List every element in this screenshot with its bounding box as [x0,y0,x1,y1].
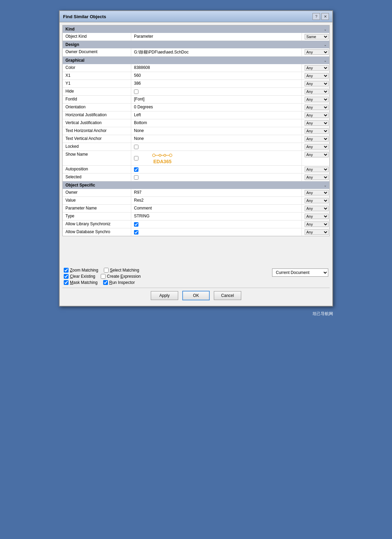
prop-name-object-kind: Object Kind [63,33,131,40]
row-locked: Locked AnySameDifferent [63,143,329,151]
row-type: Type STRING AnySameDifferent [63,213,329,220]
checkbox-locked[interactable] [134,145,138,149]
prop-value-value: Res2 [131,197,302,204]
prop-value-x1: 560 [131,72,302,80]
row-value: Value Res2 AnySameDifferent [63,197,329,205]
prop-name-parameter-name: Parameter Name [63,205,131,212]
prop-match-orientation[interactable]: AnySameDifferent [302,104,329,111]
row-x1: X1 560 AnySameDifferent [63,72,329,80]
prop-value-fontid: [Font] [131,96,302,103]
prop-name-show-name: Show Name [63,151,131,165]
prop-match-parameter-name[interactable]: AnySameDifferent [302,205,329,212]
option-mask-matching[interactable]: Mask Matching [64,280,98,285]
dialog-title: Find Similar Objects [63,14,106,19]
apply-button[interactable]: Apply [151,291,178,300]
prop-name-owner: Owner [63,189,131,196]
prop-match-horiz-just[interactable]: AnySameDifferent [302,111,329,119]
prop-match-x1[interactable]: AnySameDifferent [302,72,329,80]
option-clear-existing[interactable]: Clear Existing [64,274,95,279]
option-run-inspector[interactable]: Run Inspector [103,280,135,285]
prop-match-y1[interactable]: AnySameDifferent [302,80,329,87]
svg-point-0 [152,154,155,157]
prop-match-locked[interactable]: AnySameDifferent [302,143,329,151]
prop-name-color: Color [63,64,131,72]
section-graphical-label: Graphical [65,58,84,63]
footer-watermark: 坦己导航网 [313,311,333,317]
prop-value-selected[interactable] [131,173,302,181]
prop-match-value[interactable]: AnySameDifferent [302,197,329,204]
prop-match-vert-just[interactable]: AnySameDifferent [302,119,329,127]
prop-match-fontid[interactable]: AnySameDifferent [302,96,329,103]
checkbox-clear-existing[interactable] [64,274,69,279]
help-button[interactable]: ? [313,13,320,20]
prop-value-hide[interactable] [131,88,302,95]
prop-match-allow-db-sync[interactable]: AnySameDifferent [302,228,329,236]
checkbox-allow-lib-sync[interactable] [134,222,138,227]
checkbox-create-expression[interactable] [101,274,106,279]
prop-match-text-vert-anchor[interactable]: AnySameDifferent [302,135,329,143]
scope-area: Current Document All Open Documents All … [272,268,328,277]
prop-match-allow-lib-sync[interactable]: AnySameDifferent [302,220,329,228]
prop-value-autoposition[interactable] [131,166,302,173]
scope-dropdown[interactable]: Current Document All Open Documents All … [272,268,328,277]
prop-value-orientation: 0 Degrees [131,104,302,111]
checkbox-mask-matching[interactable] [64,280,69,285]
prop-value-color: 8388608 [131,64,302,72]
ok-button[interactable]: OK [182,291,210,300]
prop-value-owner: R97 [131,189,302,196]
prop-match-type[interactable]: AnySameDifferent [302,213,329,220]
svg-point-2 [159,154,161,156]
row-vert-just: Vertical Justification Bottom AnySameDif… [63,119,329,127]
prop-value-horiz-just: Left [131,111,302,119]
prop-name-vert-just: Vertical Justification [63,119,131,127]
row-autoposition: Autoposition AnySameDifferent [63,166,329,173]
prop-value-locked[interactable] [131,143,302,151]
button-row: Apply OK Cancel [62,288,330,303]
row-owner: Owner R97 AnySameDifferent [63,189,329,197]
prop-match-hide[interactable]: AnySameDifferent [302,88,329,95]
prop-match-color[interactable]: AnySameDifferent [302,64,329,72]
section-design-header[interactable]: Design ⌄ [63,41,329,48]
prop-match-owner-document[interactable]: Any Same Different [302,48,329,56]
prop-value-show-name[interactable]: EDA365 [131,151,302,165]
prop-name-autoposition: Autoposition [63,166,131,173]
prop-match-owner[interactable]: AnySameDifferent [302,189,329,196]
row-text-vert-anchor: Text Vertical Anchor None AnySameDiffere… [63,135,329,143]
checkbox-selected[interactable] [134,175,138,180]
option-create-expression[interactable]: Create Expression [101,274,141,279]
checkbox-allow-db-sync[interactable] [134,230,138,235]
cancel-button[interactable]: Cancel [214,291,241,300]
checkbox-zoom-matching[interactable] [64,268,69,273]
checkbox-autoposition[interactable] [134,167,138,172]
section-graphical-header[interactable]: Graphical ⌄ [63,57,329,64]
close-button[interactable]: ✕ [321,13,329,20]
dialog-wrapper: Find Similar Objects ? ✕ Kind ⌄ Object K… [59,10,333,307]
prop-value-text-vert-anchor: None [131,135,302,143]
prop-match-show-name[interactable]: AnySameDifferent [302,151,329,165]
option-zoom-matching[interactable]: Zoom Matching [64,268,98,273]
checkbox-show-name[interactable] [134,156,138,160]
prop-name-hide: Hide [63,88,131,95]
prop-match-selected[interactable]: AnySameDifferent [302,173,329,181]
options-row-3: Mask Matching Run Inspector [64,280,141,285]
section-kind-header[interactable]: Kind ⌄ [63,25,329,33]
options-row-2: Clear Existing Create Expression [64,274,141,279]
checkbox-select-matching[interactable] [104,268,109,273]
row-hide: Hide AnySameDifferent [63,88,329,96]
section-object-specific-header[interactable]: Object Specific ⌄ [63,181,329,189]
prop-match-autoposition[interactable]: AnySameDifferent [302,166,329,173]
checkbox-hide[interactable] [134,89,138,94]
prop-match-text-horiz-anchor[interactable]: AnySameDifferent [302,127,329,135]
option-select-matching[interactable]: Select Matching [104,268,139,273]
prop-name-y1: Y1 [63,80,131,87]
title-bar: Find Similar Objects ? ✕ [60,11,332,22]
prop-value-text-horiz-anchor: None [131,127,302,135]
prop-name-text-horiz-anchor: Text Horizontal Anchor [63,127,131,135]
prop-value-allow-db-sync[interactable] [131,228,302,236]
section-object-specific-label: Object Specific [65,183,95,188]
section-graphical-arrow: ⌄ [324,59,327,62]
prop-match-object-kind[interactable]: Same Any Different [302,33,329,40]
prop-value-allow-lib-sync[interactable] [131,220,302,228]
bottom-left-options: Zoom Matching Select Matching Clear Exis… [64,268,141,285]
checkbox-run-inspector[interactable] [103,280,108,285]
